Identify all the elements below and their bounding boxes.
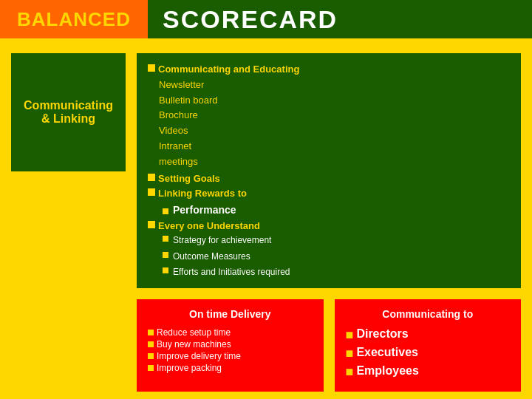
bullet-ct-2: ■	[346, 346, 354, 361]
comm-to-title: Communicating to	[346, 308, 511, 320]
scorecard-section: SCORECARD	[148, 0, 532, 38]
on-time-item-4: Improve packing	[148, 363, 313, 373]
bullet-icon-s3	[163, 267, 168, 273]
sub-item-intranet: Intranet	[159, 139, 510, 154]
performance-row: Performance	[148, 202, 510, 218]
comm-to-item-3: ■ Employees	[346, 364, 511, 380]
bullet-ot-1	[148, 330, 154, 335]
sub-item2-strategy-text: Strategy for achievement	[173, 233, 271, 248]
bullet-ot-3	[148, 353, 154, 359]
bullet-ct-3: ■	[346, 364, 354, 380]
section3-label: Linking Rewards to	[158, 186, 247, 202]
on-time-item-2: Buy new machines	[148, 339, 313, 349]
header: BALANCED SCORECARD	[0, 0, 532, 38]
sub-item-brochure: Brochure	[159, 108, 510, 123]
section2-row: Setting Goals	[148, 171, 510, 187]
bullet-icon-s2	[163, 252, 168, 258]
bullet-ct-1: ■	[346, 327, 354, 343]
section1-row: Communicating and Educating	[148, 62, 510, 78]
sub-item2-strategy: Strategy for achievement	[163, 233, 510, 248]
bullet-icon-2	[148, 174, 155, 181]
bullet-icon-perf	[163, 208, 168, 214]
bullet-icon-s1	[163, 236, 168, 242]
on-time-item-1: Reduce setup time	[148, 327, 313, 338]
on-time-item-3-text: Improve delivery time	[157, 351, 241, 361]
sub-item2-efforts: Efforts and Initiatives required	[163, 265, 510, 279]
main-green-box: Communicating and Educating Newsletter B…	[137, 53, 521, 288]
section3-row: Linking Rewards to	[148, 186, 510, 202]
sub-item2-efforts-text: Efforts and Initiatives required	[173, 265, 290, 279]
section1-label: Communicating and Educating	[158, 62, 299, 78]
section4-row: Every one Understand	[148, 219, 510, 234]
comm-to-item-1: ■ Directors	[346, 327, 511, 343]
on-time-item-1-text: Reduce setup time	[157, 327, 231, 338]
sub-item2-outcome-text: Outcome Measures	[173, 250, 250, 264]
bullet-icon-4	[148, 221, 155, 228]
comm-to-item-2: ■ Executives	[346, 346, 511, 361]
on-time-item-3: Improve delivery time	[148, 351, 313, 361]
main-content: Communicating & Linking Communicating an…	[0, 38, 532, 399]
balanced-label: BALANCED	[17, 8, 131, 31]
bullet-icon-3	[148, 188, 155, 196]
comm-linking-line1: Communicating	[24, 99, 113, 112]
bullet-ot-2	[148, 341, 154, 347]
right-content: Communicating and Educating Newsletter B…	[137, 53, 521, 384]
comm-to-item-1-text: Directors	[356, 327, 408, 341]
bullet-icon-1	[148, 64, 155, 72]
section4-label: Every one Understand	[158, 219, 260, 234]
section3b-label: Performance	[173, 202, 236, 218]
scorecard-label: SCORECARD	[163, 5, 338, 34]
sub-item-meetings: meetings	[159, 154, 510, 170]
section2-label: Setting Goals	[158, 171, 220, 187]
bullet-ot-4	[148, 365, 154, 371]
comm-to-item-3-text: Employees	[356, 364, 418, 378]
sub-items-list: Newsletter Bulletin board Brochure Video…	[148, 78, 510, 170]
on-time-item-2-text: Buy new machines	[157, 339, 231, 349]
sub-item-newsletter: Newsletter	[159, 78, 510, 93]
balanced-section: BALANCED	[0, 0, 148, 38]
bottom-row: On time Delivery Reduce setup time Buy n…	[137, 299, 521, 392]
comm-linking-text: Communicating & Linking	[24, 99, 113, 126]
communicating-to-box: Communicating to ■ Directors ■ Executive…	[335, 299, 522, 392]
sub-items2-list: Strategy for achievement Outcome Measure…	[148, 233, 510, 279]
sub-item-bulletin: Bulletin board	[159, 93, 510, 109]
sub-item-videos: Videos	[159, 123, 510, 139]
on-time-delivery-box: On time Delivery Reduce setup time Buy n…	[137, 299, 324, 392]
left-sidebar: Communicating & Linking	[11, 53, 126, 384]
sub-item2-outcome: Outcome Measures	[163, 250, 510, 264]
comm-linking-line2: & Linking	[41, 112, 95, 125]
on-time-title: On time Delivery	[148, 308, 313, 320]
comm-to-item-2-text: Executives	[356, 346, 418, 359]
communicating-linking-box: Communicating & Linking	[11, 53, 126, 171]
on-time-item-4-text: Improve packing	[157, 363, 222, 373]
